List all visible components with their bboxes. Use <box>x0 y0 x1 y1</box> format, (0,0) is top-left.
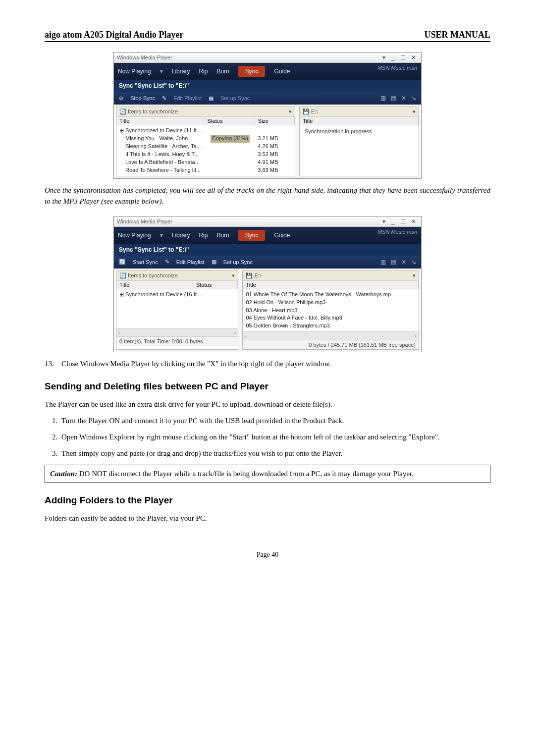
horizontal-scrollbar[interactable]: ‹› <box>243 331 419 340</box>
edit-playlist-button[interactable]: Edit Playlist <box>176 259 205 265</box>
edit-playlist-icon: ✎ <box>162 95 166 102</box>
page-header: aigo atom A205 Digital Audio Player USER… <box>45 30 490 42</box>
col-status: Status <box>204 117 255 125</box>
caution-label: Caution: <box>50 470 77 478</box>
col-title: Title <box>243 281 419 289</box>
horizontal-scrollbar[interactable]: ‹› <box>116 328 238 336</box>
tab-guide[interactable]: Guide <box>274 68 290 75</box>
sync-toolbar: 🔄 Start Sync ✎ Edit Playlist ▦ Set up Sy… <box>114 256 421 269</box>
setup-sync-icon: ▦ <box>209 95 214 102</box>
device-file-row[interactable]: 02 Hold On - Wilson Phillips.mp3 <box>246 299 416 307</box>
msn-logo[interactable]: MSN Music msn <box>377 65 417 71</box>
section-heading-adding-folders: Adding Folders to the Player <box>45 495 490 506</box>
toolbar-icon[interactable]: ✕ <box>401 259 406 266</box>
start-sync-icon: 🔄 <box>119 259 126 265</box>
column-headers: Title Status Size <box>116 117 295 125</box>
sync-progress-status: Synchronization in progress <box>300 125 419 137</box>
dropdown-icon[interactable]: ▾ <box>160 232 163 239</box>
right-pane-header: 💾 E:\▾ <box>243 271 419 281</box>
sync-destination-label: Sync "Sync List" to "E:\" <box>114 244 421 256</box>
window-title: Windows Media Player <box>117 54 172 60</box>
page-number: Page 40 <box>45 551 490 559</box>
step-item: Then simply copy and paste (or drag and … <box>59 448 490 459</box>
dropdown-icon[interactable]: ▾ <box>160 68 163 75</box>
product-title: aigo atom A205 Digital Audio Player <box>45 30 184 40</box>
toolbar-icon[interactable]: ↘ <box>411 259 416 266</box>
col-title: Title <box>116 117 204 125</box>
dropdown-icon[interactable]: ▾ <box>232 272 235 279</box>
toolbar-icon[interactable]: ▥ <box>380 259 386 266</box>
window-titlebar: Windows Media Player ▾ _ ☐ ✕ <box>114 53 421 63</box>
tab-rip[interactable]: Rip <box>199 68 208 75</box>
msn-logo[interactable]: MSN Music msn <box>377 229 417 235</box>
dropdown-icon[interactable]: ▾ <box>289 108 292 115</box>
section-steps: Turn the Player ON and connect it to you… <box>45 415 490 460</box>
edit-playlist-icon: ✎ <box>165 259 169 265</box>
window-title: Windows Media Player <box>117 218 172 224</box>
tab-burn[interactable]: Burn <box>216 68 229 75</box>
dropdown-icon[interactable]: ▾ <box>413 108 416 115</box>
toolbar-icon[interactable]: ▥ <box>380 95 386 102</box>
tab-burn[interactable]: Burn <box>216 232 229 239</box>
sync-group-header[interactable]: ⊞ Synchronized to Device (16 It... <box>119 291 235 299</box>
toolbar-icon[interactable]: ✕ <box>401 95 406 102</box>
manual-label: USER MANUAL <box>424 30 490 40</box>
col-title: Title <box>300 117 419 125</box>
wmp-screenshot-complete: Windows Media Player ▾ _ ☐ ✕ Now Playing… <box>45 216 490 353</box>
edit-playlist-button[interactable]: Edit Playlist <box>173 95 202 101</box>
tab-rip[interactable]: Rip <box>199 232 208 239</box>
left-status: 0 Item(s), Total Time: 0:00, 0 bytes <box>119 338 203 344</box>
toolbar-icon[interactable]: ↘ <box>411 95 416 102</box>
col-title: Title <box>116 281 193 289</box>
window-control-buttons[interactable]: ▾ _ ☐ ✕ <box>382 54 418 61</box>
device-file-row[interactable]: 05 Golden Brown - Stranglers.mp3 <box>246 322 416 330</box>
tab-sync[interactable]: Sync <box>238 66 266 77</box>
section-heading-sending-deleting: Sending and Deleting files between PC an… <box>45 381 490 392</box>
caution-box: Caution: DO NOT disconnect the Player wh… <box>45 465 490 483</box>
right-status: 0 bytes / 245.71 MB (181.51 MB free spac… <box>309 342 416 348</box>
wmp-screenshot-syncing: Windows Media Player ▾ _ ☐ ✕ Now Playing… <box>45 52 490 179</box>
toolbar-icon[interactable]: ▤ <box>391 95 396 102</box>
left-pane-header: 🔄 Items to synchronize▾ <box>116 107 295 117</box>
tab-library[interactable]: Library <box>172 232 190 239</box>
stop-sync-icon: ⊘ <box>119 95 123 102</box>
main-tabs: Now Playing ▾ Library Rip Burn Sync Guid… <box>114 63 421 80</box>
dropdown-icon[interactable]: ▾ <box>413 272 416 279</box>
tab-now-playing[interactable]: Now Playing <box>118 232 151 239</box>
step-13: 13. Close Windows Media Player by clicki… <box>45 358 490 370</box>
tab-library[interactable]: Library <box>172 68 190 75</box>
sync-destination-label: Sync "Sync List" to "E:\" <box>114 80 421 92</box>
window-control-buttons[interactable]: ▾ _ ☐ ✕ <box>382 218 418 225</box>
section-intro: Folders can easily be added to the Playe… <box>45 513 490 524</box>
tab-guide[interactable]: Guide <box>274 232 290 239</box>
step-item: Open Windows Explorer by right mouse cli… <box>59 432 490 443</box>
right-pane-header: 💾 E:\▾ <box>300 107 419 117</box>
tab-sync[interactable]: Sync <box>238 230 266 241</box>
setup-sync-button[interactable]: Set up Sync <box>220 95 250 101</box>
setup-sync-button[interactable]: Set up Sync <box>223 259 253 265</box>
toolbar-icon[interactable]: ▤ <box>391 259 396 266</box>
device-file-row[interactable]: 03 Alone - Heart.mp3 <box>246 307 416 315</box>
setup-sync-icon: ▦ <box>212 259 216 265</box>
tab-now-playing[interactable]: Now Playing <box>118 68 151 75</box>
device-file-row[interactable]: 04 Eyes Without A Face - Idol, Billy.mp3 <box>246 314 416 322</box>
step-item: Turn the Player ON and connect it to you… <box>59 415 490 427</box>
left-pane-header: 🔄 Items to synchronize▾ <box>116 271 238 281</box>
track-row[interactable]: Road To Nowhere - Talking H...3.69 MB <box>119 166 292 174</box>
track-row[interactable]: Love Is A Battlefield - Benata...4.91 MB <box>119 159 292 166</box>
track-row[interactable]: Missing You - Waite, JohnCopying (31%)3.… <box>119 135 292 143</box>
device-file-row[interactable]: 01 Whole The Of The Moon The Waterboys -… <box>246 291 416 299</box>
sync-group-header[interactable]: ⊞ Synchronized to Device (11 It... <box>119 127 292 135</box>
sync-toolbar: ⊘ Stop Sync ✎ Edit Playlist ▦ Set up Syn… <box>114 92 421 105</box>
instruction-paragraph: Once the synchronisation has completed, … <box>45 185 490 207</box>
stop-sync-button[interactable]: Stop Sync <box>130 95 155 101</box>
col-status: Status <box>193 281 238 289</box>
caution-text: DO NOT disconnect the Player while a tra… <box>77 470 414 478</box>
section-intro: The Player can be used like an extra dis… <box>45 399 490 410</box>
start-sync-button[interactable]: Start Sync <box>133 259 158 265</box>
window-titlebar: Windows Media Player ▾ _ ☐ ✕ <box>114 216 421 227</box>
track-row[interactable]: Sleeping Satellite - Archer, Ta...4.26 M… <box>119 143 292 151</box>
main-tabs: Now Playing ▾ Library Rip Burn Sync Guid… <box>114 227 421 244</box>
track-row[interactable]: If This Is It - Lewis, Huey & T...3.52 M… <box>119 151 292 159</box>
col-size: Size <box>255 117 295 125</box>
